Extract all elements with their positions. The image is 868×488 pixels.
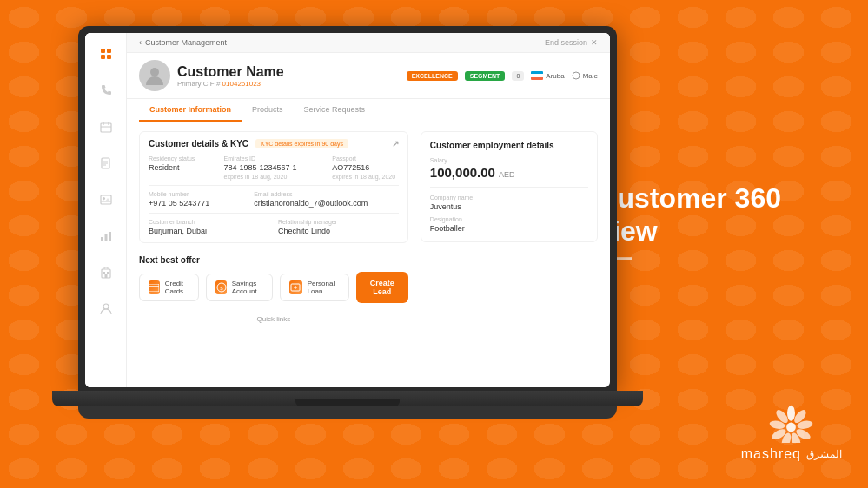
sidebar-icon-phone[interactable] [94, 78, 118, 102]
back-link[interactable]: ‹ Customer Management [139, 38, 227, 47]
tab-customer-information[interactable]: Customer Information [139, 99, 242, 122]
emirates-value: 784-1985-1234567-1 [224, 163, 324, 172]
passport-label: Passport [332, 155, 399, 162]
end-session[interactable]: End session ✕ [545, 38, 598, 47]
laptop-stand [78, 406, 617, 419]
gender-label: Male [583, 72, 598, 80]
salary-item: Salary 100,000.00 AED [430, 157, 588, 180]
nbo-label-savings: Savings Account [232, 280, 264, 295]
designation-value: Footballer [430, 224, 588, 233]
end-session-label: End session [545, 38, 587, 47]
customer-details-section: Customer details & KYC KYC details expir… [139, 131, 408, 243]
brand-title-line1: Customer 360 [597, 181, 781, 214]
salary-value: 100,000.00 [430, 165, 495, 180]
contact-grid: Mobile number +971 05 5243771 Email addr… [149, 191, 399, 208]
company-item: Company name Juventus [430, 195, 588, 211]
nbo-section: Next best offer Credit Cards [139, 255, 408, 303]
customer-info-left: Customer Name Primary CIF # 0104261023 [139, 60, 284, 91]
badge-excellence: EXCELLENCE [407, 71, 458, 81]
left-panel: Customer details & KYC KYC details expir… [139, 131, 408, 379]
branch-item: Customer branch Burjuman, Dubai [149, 219, 269, 235]
svg-rect-29 [107, 272, 109, 274]
nbo-label-credit-cards: Credit Cards [165, 280, 190, 295]
tab-service-requests[interactable]: Service Requests [294, 99, 376, 122]
sidebar-icon-document[interactable] [94, 151, 118, 175]
flag-aruba: Aruba [531, 71, 564, 80]
gender-icon [572, 71, 580, 80]
mashreq-logo: mashreq المشرق [741, 404, 842, 462]
svg-rect-22 [101, 195, 111, 204]
designation-label: Designation [430, 216, 588, 222]
svg-rect-30 [104, 274, 107, 278]
emirates-item: Emirates ID 784-1985-1234567-1 expires i… [224, 155, 324, 180]
section-title-text: Customer details & KYC [149, 139, 248, 148]
mobile-item: Mobile number +971 05 5243771 [149, 191, 245, 208]
nbo-title: Next best offer [139, 255, 408, 265]
country-label: Aruba [546, 72, 564, 80]
flag-icon [531, 71, 543, 80]
passport-expiry: expires in 18 aug, 2020 [332, 174, 399, 180]
nbo-cards: Credit Cards $ Savings Account [139, 272, 408, 303]
salary-label: Salary [430, 157, 588, 163]
sidebar-icon-calendar[interactable] [94, 115, 118, 139]
gender: Male [572, 71, 598, 80]
tab-products[interactable]: Products [242, 99, 294, 122]
nbo-card-savings[interactable]: $ Savings Account [206, 274, 273, 301]
rm-label: Relationship manager [278, 219, 399, 225]
svg-point-36 [573, 72, 580, 79]
sidebar-icon-user[interactable] [94, 297, 118, 321]
brand-text-block: Customer 360 view [597, 181, 781, 260]
svg-point-34 [103, 304, 109, 309]
nbo-card-personal-loan[interactable]: Personal Loan [280, 274, 349, 301]
svg-point-35 [150, 68, 159, 76]
svg-rect-14 [101, 123, 111, 132]
back-label: Customer Management [145, 38, 227, 47]
main-content: ‹ Customer Management End session ✕ [127, 33, 610, 387]
right-panel: Customer employment details Salary 100,0… [421, 131, 598, 379]
svg-rect-37 [149, 284, 159, 292]
svg-rect-26 [109, 232, 111, 241]
section-title-kyc: Customer details & KYC KYC details expir… [149, 139, 399, 148]
customer-name-block: Customer Name Primary CIF # 0104261023 [177, 64, 284, 88]
employment-section: Customer employment details Salary 100,0… [421, 131, 598, 242]
sidebar-icon-image[interactable] [94, 188, 118, 212]
nbo-card-credit-cards[interactable]: Credit Cards [139, 274, 199, 301]
customer-name: Customer Name [177, 64, 284, 80]
email-item: Email address cristianoronaldo_7@outlook… [254, 191, 399, 208]
laptop-container: ‹ Customer Management End session ✕ [78, 26, 617, 452]
designation-item: Designation Footballer [430, 216, 588, 233]
emirates-label: Emirates ID [224, 155, 324, 162]
create-lead-button[interactable]: Create Lead [356, 272, 408, 303]
nbo-label-personal-loan: Personal Loan [308, 280, 340, 295]
company-label: Company name [430, 195, 588, 201]
back-chevron-icon: ‹ [139, 38, 142, 47]
mobile-label: Mobile number [149, 191, 245, 197]
personal-loan-icon [289, 280, 301, 294]
edit-icon[interactable]: ↗ [392, 139, 399, 148]
laptop-base [52, 391, 643, 406]
email-value: cristianoronaldo_7@outlook.com [254, 199, 399, 208]
credit-card-icon [149, 280, 160, 294]
svg-rect-25 [104, 234, 107, 241]
brand-title-line2: view [597, 215, 781, 248]
customer-info-right: EXCELLENCE SEGMENT 0 Aruba Male [407, 71, 598, 81]
details-grid: Residency status Resident Emirates ID 78… [149, 155, 399, 180]
residency-label: Residency status [149, 155, 215, 162]
avatar [139, 60, 170, 91]
branch-value: Burjuman, Dubai [149, 227, 269, 235]
kyc-badge: KYC details expires in 90 days [255, 139, 348, 148]
sidebar-icon-chart[interactable] [94, 224, 118, 248]
sidebar-icon-building[interactable] [94, 260, 118, 285]
passport-item: Passport AO772516 expires in 18 aug, 202… [332, 155, 399, 180]
residency-value: Resident [149, 163, 215, 172]
tabs: Customer Information Products Service Re… [127, 99, 610, 122]
company-value: Juventus [430, 202, 588, 211]
branch-grid: Customer branch Burjuman, Dubai Relation… [149, 219, 399, 235]
svg-rect-12 [101, 55, 105, 59]
svg-rect-10 [101, 49, 105, 53]
svg-rect-11 [107, 49, 111, 53]
svg-rect-28 [103, 272, 105, 274]
emp-grid: Company name Juventus Designation Footba… [430, 195, 588, 233]
residency-item: Residency status Resident [149, 155, 215, 180]
sidebar-icon-home[interactable] [94, 42, 118, 66]
